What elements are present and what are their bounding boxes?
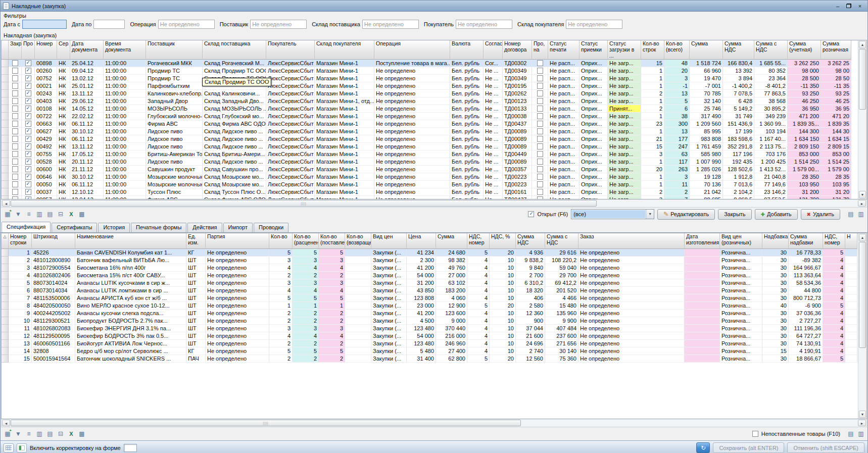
row-indicator[interactable] <box>2 173 9 181</box>
column-header[interactable]: Кол-во строк <box>641 40 664 60</box>
row-checkbox-cell[interactable] <box>22 97 35 105</box>
row-checkbox-cell[interactable] <box>9 75 22 82</box>
row-checkbox[interactable] <box>537 189 543 195</box>
tab-specification[interactable]: Спецификация <box>2 222 51 232</box>
row-checkbox[interactable] <box>12 121 18 127</box>
row-indicator[interactable] <box>2 257 9 264</box>
form-grid-icon[interactable] <box>4 443 14 452</box>
column-header[interactable]: Вид цен <box>371 233 407 249</box>
row-indicator[interactable] <box>2 332 9 340</box>
column-header[interactable]: Кол-во (расценено) <box>293 233 319 249</box>
invoice-row[interactable]: 00755НК17.05.1211:00:00Бритиш-Американ Т… <box>2 150 851 158</box>
row-checkbox-cell[interactable] <box>532 166 548 173</box>
row-checkbox-cell[interactable] <box>532 143 548 150</box>
split-view-icon[interactable]: ▥ <box>34 209 44 219</box>
invoice-row[interactable]: 00646НК30.10.1211:00:00Мозырские молочны… <box>2 173 851 181</box>
column-header[interactable]: НДС, номер <box>823 233 845 249</box>
column-header[interactable]: Н <box>845 233 857 249</box>
minimize-button[interactable]: – <box>833 2 843 10</box>
column-header[interactable]: Операция <box>374 40 450 60</box>
row-checkbox[interactable] <box>12 60 18 66</box>
column-header[interactable]: Покупатель <box>266 40 315 60</box>
column-header[interactable]: Валюта <box>450 40 484 60</box>
row-checkbox[interactable] <box>12 151 18 157</box>
row-indicator[interactable] <box>2 317 9 325</box>
row-checkbox-cell[interactable] <box>9 120 22 128</box>
spec-row[interactable]: 4481026802406Биосметана 15% п/ст 400г СА… <box>2 272 857 279</box>
invoice-row[interactable]: 00600НК21.11.1211:00:00Савушкин продуктС… <box>2 166 851 173</box>
row-checkbox-cell[interactable] <box>532 188 548 196</box>
spec-row[interactable]: 1432808Бедро ц/б мор ср/лот Серволюкс ..… <box>2 347 857 355</box>
row-checkbox[interactable] <box>537 174 543 180</box>
row-checkbox-cell[interactable] <box>532 158 548 166</box>
invoice-row[interactable]: 00528НК20.11.1211:00:00Лидское пивоСклад… <box>2 158 851 166</box>
row-checkbox[interactable] <box>25 143 31 149</box>
row-checkbox[interactable] <box>537 121 543 127</box>
row-checkbox-cell[interactable] <box>22 82 35 90</box>
correction-value-box[interactable] <box>124 444 137 452</box>
row-checkbox[interactable] <box>537 181 543 187</box>
delete-button[interactable]: ✖Удалить <box>801 209 840 220</box>
column-header[interactable]: Сумма (учетная) <box>788 40 821 60</box>
column-header[interactable]: Штрихкод <box>32 233 75 249</box>
row-checkbox[interactable] <box>25 196 31 199</box>
column-header[interactable]: Закр <box>9 40 22 60</box>
row-checkbox-cell[interactable] <box>9 188 22 196</box>
tab-history[interactable]: История <box>98 223 130 232</box>
row-checkbox[interactable] <box>25 151 31 157</box>
row-checkbox[interactable] <box>25 113 31 119</box>
row-checkbox[interactable] <box>12 166 18 172</box>
row-checkbox-cell[interactable] <box>9 67 22 75</box>
tab-postings[interactable]: Проводки <box>254 223 288 232</box>
close-button[interactable]: × <box>855 2 865 10</box>
column-header[interactable]: НДС, % <box>490 233 516 249</box>
filter-input-3[interactable] <box>158 20 215 29</box>
undelivered-checkbox[interactable] <box>752 431 758 437</box>
column-header[interactable]: Сумма розничная <box>821 40 851 60</box>
edit-button[interactable]: ✎Редактировать <box>657 209 715 220</box>
row-checkbox-cell[interactable] <box>22 67 35 75</box>
row-checkbox-cell[interactable] <box>532 97 548 105</box>
column-header[interactable]: Сумма НДС <box>516 233 545 249</box>
row-checkbox[interactable] <box>537 166 543 172</box>
row-checkbox-cell[interactable] <box>9 158 22 166</box>
row-checkbox[interactable] <box>12 90 18 96</box>
row-checkbox-cell[interactable] <box>532 173 548 181</box>
row-checkbox-cell[interactable] <box>532 60 548 67</box>
invoice-row[interactable]: 00243НК13.11.1211:00:00Калинкович-хлебоп… <box>2 90 851 97</box>
row-checkbox[interactable] <box>25 174 31 180</box>
filter-input-7[interactable] <box>566 20 622 29</box>
filter-input-6[interactable] <box>456 20 512 29</box>
table-view-icon[interactable]: ▤ <box>45 209 55 219</box>
spec-row[interactable]: 3481072900554Биосметана 16% п/пл 400гШТН… <box>2 264 857 272</box>
row-indicator[interactable] <box>2 113 9 120</box>
filter-input-4[interactable] <box>250 20 307 29</box>
column-header[interactable]: Статус приемки <box>580 40 608 60</box>
row-checkbox-cell[interactable] <box>9 82 22 90</box>
column-header[interactable]: НДС, номер <box>467 233 490 249</box>
column-header[interactable]: Сумма НДС <box>723 40 754 60</box>
spec-row[interactable]: 7481153500006Ананасы АРИСТА куб кон ст ж… <box>2 294 857 302</box>
column-header[interactable]: Сумма <box>690 40 723 60</box>
row-checkbox-cell[interactable] <box>22 143 35 150</box>
scroll-down-icon[interactable]: ▼ <box>859 411 866 418</box>
row-checkbox[interactable] <box>537 75 543 81</box>
row-indicator[interactable] <box>2 67 9 75</box>
row-checkbox[interactable] <box>537 196 543 199</box>
row-indicator[interactable] <box>2 135 9 143</box>
row-checkbox[interactable] <box>25 68 31 74</box>
add-row-icon[interactable]: ▦+ <box>3 209 13 219</box>
row-checkbox-cell[interactable] <box>532 82 548 90</box>
row-checkbox-cell[interactable] <box>22 166 35 173</box>
invoice-row[interactable]: 00752НК13.02.1211:00:00Продмир ТССклад П… <box>2 75 851 82</box>
scroll-thumb[interactable]: |||| <box>11 200 597 207</box>
row-checkbox-cell[interactable] <box>532 150 548 158</box>
row-checkbox-cell[interactable] <box>9 135 22 143</box>
row-indicator[interactable] <box>2 143 9 150</box>
spec-horizontal-scrollbar[interactable]: ◄ |||| ► <box>1 419 867 427</box>
maximize-button[interactable] <box>844 2 854 10</box>
column-header[interactable]: Кол-во (возвращен <box>345 233 371 249</box>
row-indicator[interactable] <box>2 75 9 82</box>
row-checkbox[interactable] <box>25 181 31 187</box>
spec-row[interactable]: 8484020500050Вино МЕРЛО красное сухое 10… <box>2 302 857 310</box>
